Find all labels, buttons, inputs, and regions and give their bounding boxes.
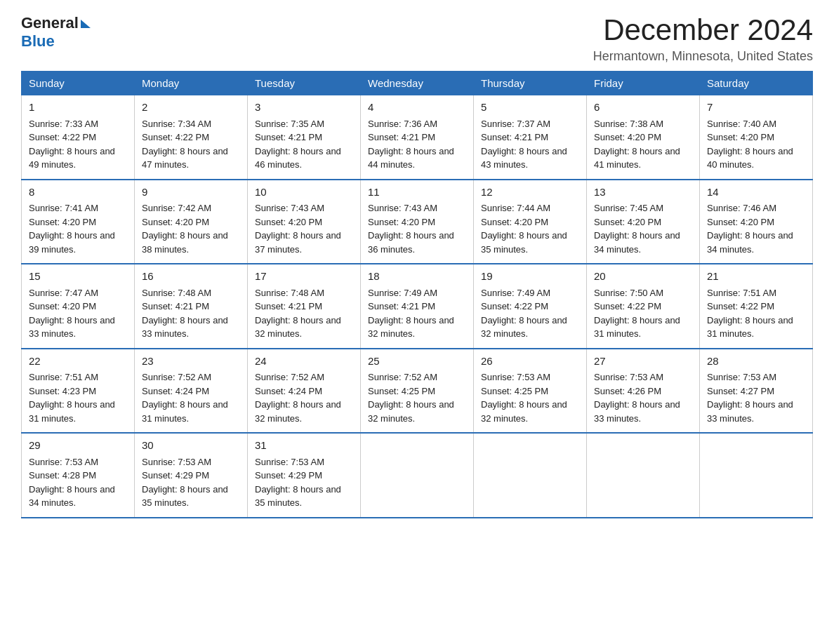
calendar-week-row: 8Sunrise: 7:41 AMSunset: 4:20 PMDaylight…	[22, 180, 813, 264]
calendar-day-cell: 12Sunrise: 7:44 AMSunset: 4:20 PMDayligh…	[474, 180, 587, 264]
daylight-text: Daylight: 8 hours and 34 minutes.	[29, 484, 115, 509]
page-header: General Blue December 2024 Hermantown, M…	[21, 14, 813, 64]
day-number: 12	[481, 185, 579, 201]
day-of-week-header: Saturday	[700, 72, 813, 95]
sunrise-text: Sunrise: 7:51 AM	[29, 372, 98, 382]
calendar-day-cell: 4Sunrise: 7:36 AMSunset: 4:21 PMDaylight…	[361, 95, 474, 180]
daylight-text: Daylight: 8 hours and 49 minutes.	[29, 146, 115, 170]
day-number: 21	[707, 269, 805, 285]
daylight-text: Daylight: 8 hours and 43 minutes.	[481, 146, 567, 170]
sunrise-text: Sunrise: 7:53 AM	[707, 372, 776, 382]
sunrise-text: Sunrise: 7:33 AM	[29, 119, 98, 129]
day-of-week-header: Thursday	[474, 72, 587, 95]
sunrise-text: Sunrise: 7:44 AM	[481, 203, 550, 213]
sunset-text: Sunset: 4:21 PM	[481, 132, 548, 142]
sunrise-text: Sunrise: 7:53 AM	[594, 372, 663, 382]
calendar-day-cell: 31Sunrise: 7:53 AMSunset: 4:29 PMDayligh…	[248, 433, 361, 518]
sunset-text: Sunset: 4:29 PM	[142, 470, 209, 481]
day-number: 1	[29, 100, 127, 116]
calendar-day-cell: 28Sunrise: 7:53 AMSunset: 4:27 PMDayligh…	[700, 349, 813, 434]
day-number: 11	[368, 185, 466, 201]
calendar-day-cell: 30Sunrise: 7:53 AMSunset: 4:29 PMDayligh…	[135, 433, 248, 518]
calendar-day-cell: 9Sunrise: 7:42 AMSunset: 4:20 PMDaylight…	[135, 180, 248, 264]
calendar-week-row: 15Sunrise: 7:47 AMSunset: 4:20 PMDayligh…	[22, 264, 813, 349]
calendar-day-cell: 7Sunrise: 7:40 AMSunset: 4:20 PMDaylight…	[700, 95, 813, 180]
daylight-text: Daylight: 8 hours and 44 minutes.	[368, 146, 454, 170]
logo-text-general: General	[21, 14, 79, 32]
day-number: 13	[594, 185, 692, 201]
sunrise-text: Sunrise: 7:52 AM	[142, 372, 211, 382]
calendar-week-row: 1Sunrise: 7:33 AMSunset: 4:22 PMDaylight…	[22, 95, 813, 180]
day-of-week-header: Friday	[587, 72, 700, 95]
sunset-text: Sunset: 4:28 PM	[29, 470, 96, 481]
logo-triangle-icon	[81, 20, 91, 28]
sunset-text: Sunset: 4:25 PM	[368, 386, 435, 396]
sunset-text: Sunset: 4:20 PM	[29, 217, 96, 227]
logo-text-blue: Blue	[21, 32, 55, 51]
day-number: 25	[368, 354, 466, 370]
day-number: 5	[481, 100, 579, 116]
daylight-text: Daylight: 8 hours and 31 minutes.	[29, 399, 115, 424]
calendar-day-cell: 29Sunrise: 7:53 AMSunset: 4:28 PMDayligh…	[22, 433, 135, 518]
sunrise-text: Sunrise: 7:53 AM	[481, 372, 550, 382]
day-number: 24	[255, 354, 353, 370]
sunset-text: Sunset: 4:24 PM	[255, 386, 322, 396]
sunset-text: Sunset: 4:22 PM	[707, 301, 774, 311]
calendar-day-cell: 11Sunrise: 7:43 AMSunset: 4:20 PMDayligh…	[361, 180, 474, 264]
sunrise-text: Sunrise: 7:48 AM	[255, 288, 324, 298]
calendar-day-cell	[700, 433, 813, 518]
day-number: 18	[368, 269, 466, 285]
sunset-text: Sunset: 4:20 PM	[594, 132, 661, 142]
daylight-text: Daylight: 8 hours and 31 minutes.	[594, 315, 680, 340]
day-number: 8	[29, 185, 127, 201]
calendar-day-cell	[474, 433, 587, 518]
sunset-text: Sunset: 4:21 PM	[255, 301, 322, 311]
sunset-text: Sunset: 4:25 PM	[481, 386, 548, 396]
sunset-text: Sunset: 4:20 PM	[707, 132, 774, 142]
sunset-text: Sunset: 4:23 PM	[29, 386, 96, 396]
calendar-day-cell: 13Sunrise: 7:45 AMSunset: 4:20 PMDayligh…	[587, 180, 700, 264]
calendar-week-row: 22Sunrise: 7:51 AMSunset: 4:23 PMDayligh…	[22, 349, 813, 434]
day-number: 29	[29, 438, 127, 454]
sunrise-text: Sunrise: 7:43 AM	[255, 203, 324, 213]
sunrise-text: Sunrise: 7:43 AM	[368, 203, 437, 213]
day-of-week-header: Tuesday	[248, 72, 361, 95]
day-number: 28	[707, 354, 805, 370]
day-number: 26	[481, 354, 579, 370]
daylight-text: Daylight: 8 hours and 31 minutes.	[707, 315, 793, 340]
calendar-day-cell: 14Sunrise: 7:46 AMSunset: 4:20 PMDayligh…	[700, 180, 813, 264]
day-number: 15	[29, 269, 127, 285]
day-number: 31	[255, 438, 353, 454]
sunrise-text: Sunrise: 7:51 AM	[707, 288, 776, 298]
sunset-text: Sunset: 4:20 PM	[142, 217, 209, 227]
day-number: 6	[594, 100, 692, 116]
calendar-header-row: SundayMondayTuesdayWednesdayThursdayFrid…	[22, 72, 813, 95]
sunset-text: Sunset: 4:20 PM	[255, 217, 322, 227]
sunset-text: Sunset: 4:26 PM	[594, 386, 661, 396]
sunrise-text: Sunrise: 7:49 AM	[481, 288, 550, 298]
sunset-text: Sunset: 4:27 PM	[707, 386, 774, 396]
calendar-day-cell: 21Sunrise: 7:51 AMSunset: 4:22 PMDayligh…	[700, 264, 813, 349]
sunrise-text: Sunrise: 7:53 AM	[255, 457, 324, 467]
sunrise-text: Sunrise: 7:38 AM	[594, 119, 663, 129]
calendar-day-cell: 19Sunrise: 7:49 AMSunset: 4:22 PMDayligh…	[474, 264, 587, 349]
calendar-day-cell: 3Sunrise: 7:35 AMSunset: 4:21 PMDaylight…	[248, 95, 361, 180]
sunset-text: Sunset: 4:20 PM	[594, 217, 661, 227]
calendar-day-cell: 23Sunrise: 7:52 AMSunset: 4:24 PMDayligh…	[135, 349, 248, 434]
sunrise-text: Sunrise: 7:47 AM	[29, 288, 98, 298]
daylight-text: Daylight: 8 hours and 35 minutes.	[142, 484, 228, 509]
day-number: 7	[707, 100, 805, 116]
sunrise-text: Sunrise: 7:37 AM	[481, 119, 550, 129]
daylight-text: Daylight: 8 hours and 39 minutes.	[29, 230, 115, 255]
calendar-day-cell: 6Sunrise: 7:38 AMSunset: 4:20 PMDaylight…	[587, 95, 700, 180]
calendar-day-cell: 1Sunrise: 7:33 AMSunset: 4:22 PMDaylight…	[22, 95, 135, 180]
day-number: 22	[29, 354, 127, 370]
sunset-text: Sunset: 4:20 PM	[29, 301, 96, 311]
sunset-text: Sunset: 4:24 PM	[142, 386, 209, 396]
calendar-day-cell: 20Sunrise: 7:50 AMSunset: 4:22 PMDayligh…	[587, 264, 700, 349]
daylight-text: Daylight: 8 hours and 31 minutes.	[142, 399, 228, 424]
daylight-text: Daylight: 8 hours and 38 minutes.	[142, 230, 228, 255]
day-number: 3	[255, 100, 353, 116]
daylight-text: Daylight: 8 hours and 34 minutes.	[707, 230, 793, 255]
calendar-day-cell: 16Sunrise: 7:48 AMSunset: 4:21 PMDayligh…	[135, 264, 248, 349]
